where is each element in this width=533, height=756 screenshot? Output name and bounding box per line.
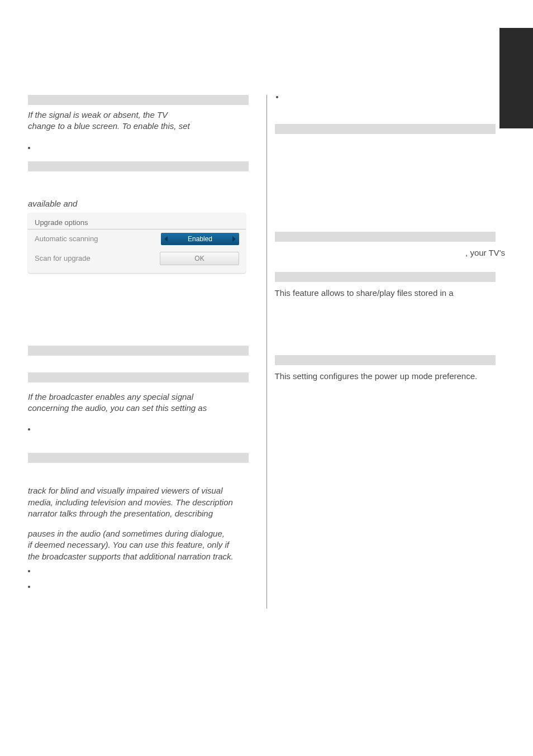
bullet-item xyxy=(28,142,259,149)
heading-bar xyxy=(275,355,496,365)
text: track for blind and visually impaired vi… xyxy=(28,486,222,495)
widget-row: Scan for upgrade OK xyxy=(28,248,246,269)
paragraph: If the signal is weak or absent, the TV … xyxy=(28,109,259,132)
heading-bar xyxy=(28,346,249,356)
heading-bar xyxy=(275,124,496,134)
text: media, including television and movies. … xyxy=(28,497,233,507)
text: change to a blue screen. To enable this,… xyxy=(28,121,190,131)
text: concerning the audio, you can set this s… xyxy=(28,403,207,413)
paragraph: If the broadcaster enables any special s… xyxy=(28,391,259,414)
bullet-dot-icon xyxy=(28,586,30,588)
paragraph: This feature allows to share/play files … xyxy=(275,288,506,299)
bullet-dot-icon xyxy=(28,428,30,430)
text: the broadcaster supports that additional… xyxy=(28,552,234,561)
paragraph: available and xyxy=(28,198,259,209)
row-label: Automatic scanning xyxy=(35,235,98,243)
text: narrator talks through the presentation,… xyxy=(28,509,213,518)
text: This feature allows to share/play files … xyxy=(275,288,454,298)
text: If the broadcaster enables any special s… xyxy=(28,392,193,401)
bullet-dot-icon xyxy=(276,96,278,98)
heading-bar xyxy=(275,232,496,242)
heading-bar xyxy=(28,161,249,171)
text: If the signal is weak or absent, the TV xyxy=(28,110,168,119)
chevron-left-icon[interactable] xyxy=(164,236,168,242)
ok-button[interactable]: OK xyxy=(160,252,239,265)
content-columns: If the signal is weak or absent, the TV … xyxy=(28,95,505,734)
enabled-selector[interactable]: Enabled xyxy=(161,233,239,245)
widget-row: Automatic scanning Enabled xyxy=(28,229,246,248)
text: pauses in the audio (and sometimes durin… xyxy=(28,529,225,538)
bullet-item xyxy=(28,566,259,572)
text: This setting configures the power up mod… xyxy=(275,371,478,381)
bullet-item xyxy=(28,424,259,430)
heading-bar xyxy=(28,95,249,105)
manual-page: If the signal is weak or absent, the TV … xyxy=(0,0,533,756)
upgrade-options-widget: Upgrade options Automatic scanning Enabl… xyxy=(28,213,246,273)
paragraph: This setting configures the power up mod… xyxy=(275,371,506,382)
selector-value: Enabled xyxy=(188,235,212,243)
bullet-dot-icon xyxy=(28,147,30,149)
row-label: Scan for upgrade xyxy=(35,254,91,262)
button-label: OK xyxy=(194,255,204,262)
text: , your TV's xyxy=(465,248,505,257)
bullet-dot-icon xyxy=(28,570,30,572)
bullet-item xyxy=(28,581,259,588)
column-divider xyxy=(266,95,267,609)
widget-title: Upgrade options xyxy=(28,215,246,229)
heading-bar xyxy=(28,453,249,463)
paragraph: track for blind and visually impaired vi… xyxy=(28,485,259,519)
paragraph: , your TV's xyxy=(275,247,506,259)
text: if deemed necessary). You can use this f… xyxy=(28,540,229,549)
right-column: , your TV's This feature allows to share… xyxy=(275,95,506,734)
chevron-right-icon[interactable] xyxy=(232,236,236,242)
text: available and xyxy=(28,199,77,208)
left-column: If the signal is weak or absent, the TV … xyxy=(28,95,259,734)
heading-bar xyxy=(28,372,249,382)
heading-bar xyxy=(275,272,496,282)
paragraph: pauses in the audio (and sometimes durin… xyxy=(28,528,259,562)
